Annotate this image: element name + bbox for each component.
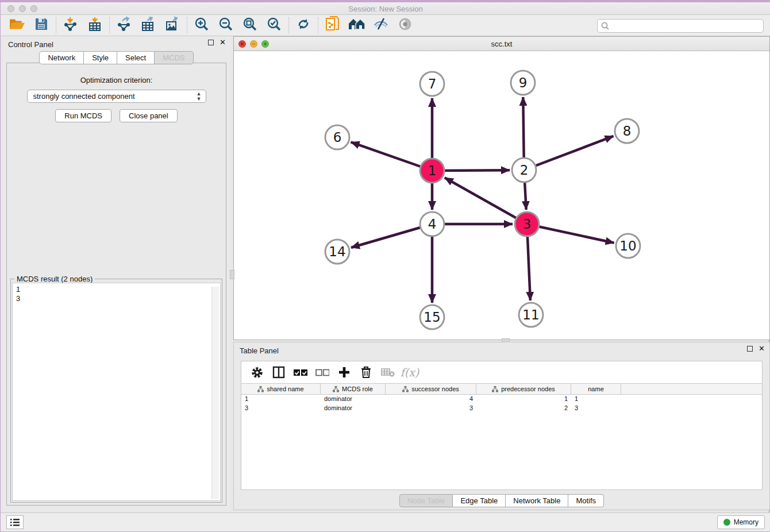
list-icon [10,518,20,527]
graph-node-8[interactable]: 8 [615,119,639,143]
cell-successor-nodes[interactable]: 4 [386,395,476,404]
delete-column-button[interactable] [356,364,376,381]
export-image-button[interactable] [160,16,184,34]
search-input[interactable] [597,19,764,33]
memory-button[interactable]: Memory [717,515,765,529]
clone-network-button[interactable] [321,16,345,34]
save-session-button[interactable] [29,16,53,34]
graph-node-label: 9 [519,75,528,90]
graph-node-label: 7 [428,76,437,91]
refresh-layout-button[interactable] [291,16,315,34]
tab-style[interactable]: Style [84,51,117,64]
table-toolbar: f(x) [241,361,762,383]
graph-edge-3-10[interactable] [527,224,614,243]
graph-edge-3-1[interactable] [445,178,527,224]
graph-node-4[interactable]: 4 [420,212,444,236]
deselect-all-columns-button[interactable] [313,364,332,381]
graph-node-9[interactable]: 9 [511,71,535,95]
open-folder-icon [9,17,25,33]
tab-motifs[interactable]: Motifs [568,494,604,507]
cell-mcds-role[interactable]: dominator [321,395,386,404]
column-label: MCDS role [342,385,373,392]
graph-node-7[interactable]: 7 [420,72,444,96]
graph-node-10[interactable]: 10 [616,234,640,258]
table-panel-tabs: Node Table Edge Table Network Table Moti… [234,494,769,507]
column-header-mcds-role[interactable]: MCDS role [321,384,386,394]
column-label: name [588,385,604,392]
table-row[interactable]: 1 dominator 4 1 1 [241,395,762,404]
close-table-panel-icon[interactable]: ✕ [759,346,765,352]
column-header-predecessor-nodes[interactable]: predecessor nodes [476,384,571,394]
hide-selected-button[interactable] [369,16,393,34]
tab-network[interactable]: Network [39,51,84,64]
graph-node-6[interactable]: 6 [325,125,349,149]
zoom-out-button[interactable] [214,16,238,34]
cell-mcds-role[interactable]: dominator [321,404,386,413]
graph-node-label: 8 [623,124,632,138]
network-canvas[interactable]: 7968124314101511 [234,51,769,340]
add-column-button[interactable] [334,364,354,381]
column-header-successor-nodes[interactable]: successor nodes [386,384,476,394]
graph-node-2[interactable]: 2 [512,158,536,182]
tab-mcds[interactable]: MCDS [155,51,193,64]
vertical-splitter-handle[interactable] [230,270,234,279]
import-network-button[interactable] [59,16,83,34]
cell-shared-name[interactable]: 1 [241,395,321,404]
close-panel-icon[interactable]: ✕ [220,40,226,45]
task-history-button[interactable] [6,515,24,529]
cell-successor-nodes[interactable]: 3 [386,404,476,413]
tab-select[interactable]: Select [117,51,155,64]
table-row[interactable]: 3 dominator 3 2 3 [241,404,762,413]
graph-node-1[interactable]: 1 [420,159,444,183]
cell-shared-name[interactable]: 3 [241,404,321,413]
tab-node-table[interactable]: Node Table [399,494,453,507]
graph-node-11[interactable]: 11 [519,303,543,327]
zoom-fit-icon [242,17,257,34]
mcds-result-list[interactable]: 1 3 [12,283,221,501]
float-panel-icon[interactable] [208,40,214,45]
toolbar-separator [109,17,110,33]
first-neighbors-button[interactable] [345,16,369,34]
column-header-name[interactable]: name [571,384,621,394]
column-tree-icon [492,386,498,392]
eye-icon [398,17,413,33]
column-panel-button[interactable] [269,364,288,381]
import-table-button[interactable] [83,16,107,34]
table-panel-header: Table Panel ✕ [234,342,769,357]
result-scrollbar[interactable] [211,287,219,499]
graph-edge-2-8[interactable] [524,136,614,170]
zoom-selected-button[interactable] [262,16,286,34]
close-panel-button[interactable]: Close panel [120,109,178,122]
column-header-shared-name[interactable]: shared name [241,384,321,394]
cell-predecessor-nodes[interactable]: 1 [476,395,571,404]
graph-node-3[interactable]: 3 [515,212,539,236]
table-settings-button[interactable] [247,364,267,381]
show-all-button[interactable] [393,16,417,34]
tab-network-table[interactable]: Network Table [506,494,568,507]
network-graph[interactable]: 7968124314101511 [234,51,769,340]
run-mcds-button[interactable]: Run MCDS [55,109,111,122]
graph-node-label: 4 [428,217,437,232]
export-network-button[interactable] [112,16,136,34]
cell-name[interactable]: 1 [571,395,621,404]
graph-node-14[interactable]: 14 [325,240,349,264]
criterion-select[interactable]: strongly connected component ▲▼ [27,90,206,103]
graph-node-15[interactable]: 15 [420,305,444,329]
open-session-button[interactable] [5,16,29,34]
float-table-panel-icon[interactable] [747,346,753,352]
export-table-button[interactable] [136,16,160,34]
select-all-columns-button[interactable] [291,364,310,381]
network-view-window: ✕ − + scc.txt 7968124314101511 [233,36,770,340]
cell-predecessor-nodes[interactable]: 2 [476,404,571,413]
cell-name[interactable]: 3 [571,404,621,413]
tab-edge-table[interactable]: Edge Table [453,494,506,507]
zoom-fit-button[interactable] [238,16,262,34]
delete-table-button[interactable] [378,364,398,381]
search-container [597,19,764,33]
mcds-result-fieldset: MCDS result (2 nodes) 1 3 [10,279,222,503]
function-builder-button[interactable]: f(x) [400,364,419,381]
graph-node-label: 3 [523,217,532,232]
mcds-result-item: 3 [16,294,217,303]
zoom-in-button[interactable] [190,16,214,34]
columns-icon [272,366,285,379]
